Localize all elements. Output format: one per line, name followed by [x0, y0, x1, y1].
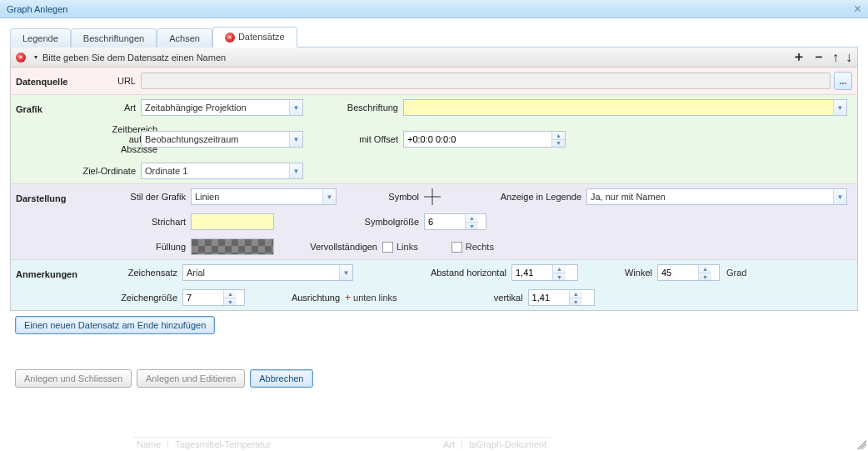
stil-label: Stil der Grafik: [99, 192, 191, 202]
fuellung-swatch[interactable]: [191, 238, 274, 255]
move-up-icon[interactable]: ↑: [832, 50, 839, 65]
url-input[interactable]: [141, 73, 831, 89]
rechts-checkbox[interactable]: [451, 242, 462, 253]
tab-legende[interactable]: Legende: [10, 28, 71, 48]
beschriftung-input[interactable]: ▼: [403, 99, 847, 116]
links-label: Links: [397, 242, 418, 252]
remove-icon[interactable]: －: [812, 48, 826, 66]
legend-display-label: Anzeige in Legende: [441, 192, 586, 202]
ausrichtung-value: unten links: [353, 293, 397, 303]
resize-grip-icon[interactable]: [855, 438, 866, 449]
tab-achsen[interactable]: Achsen: [157, 28, 212, 48]
offset-label: mit Offset: [303, 134, 403, 144]
spin-up-icon[interactable]: ▲: [553, 265, 566, 273]
vertikal-stepper[interactable]: ▲▼: [528, 289, 595, 306]
spin-up-icon[interactable]: ▲: [224, 290, 237, 298]
symbol-preview-icon[interactable]: [424, 188, 441, 205]
symbol-label: Symbol: [337, 192, 424, 202]
vervollstaendigen-label: Vervollständigen: [274, 242, 382, 252]
abstand-h-label: Abstand horizontal: [353, 268, 511, 278]
anlegen-schliessen-button[interactable]: Anlegen und Schliessen: [15, 369, 132, 388]
vertikal-label: vertikal: [397, 293, 528, 303]
beschriftung-label: Beschriftung: [303, 103, 403, 113]
spin-down-icon[interactable]: ▼: [699, 273, 711, 281]
winkel-label: Winkel: [578, 268, 657, 278]
background-table: Name Tagesmittel-Temperatur Art tsGraph-…: [133, 437, 550, 451]
fuellung-label: Füllung: [99, 242, 191, 252]
zeichengroesse-label: Zeichengröße: [99, 293, 182, 303]
window-title: Graph Anlegen: [7, 4, 67, 14]
art-label: Art: [99, 103, 141, 113]
titlebar: Graph Anlegen ×: [0, 0, 868, 18]
spin-down-icon[interactable]: ▼: [224, 298, 237, 306]
footer-buttons: Anlegen und Schliessen Anlegen und Editi…: [10, 363, 858, 388]
zeichensatz-select[interactable]: Arial▼: [182, 264, 353, 281]
winkel-stepper[interactable]: ▲▼: [657, 264, 720, 281]
anlegen-editieren-button[interactable]: Anlegen und Editieren: [137, 369, 245, 388]
chevron-down-icon: ▼: [289, 132, 302, 147]
chevron-down-icon: ▼: [289, 163, 302, 178]
chevron-down-icon: ▼: [289, 100, 302, 115]
caret-down-icon[interactable]: ▾: [34, 53, 37, 61]
close-icon[interactable]: ×: [854, 3, 861, 16]
error-icon: [16, 53, 26, 63]
validation-message: Bitte geben Sie dem Datensatz einen Name…: [42, 53, 226, 63]
strichart-label: Strichart: [99, 217, 191, 227]
spin-up-icon[interactable]: ▲: [699, 265, 711, 273]
stil-select[interactable]: Linien▼: [191, 188, 337, 205]
abbrechen-button[interactable]: Abbrechen: [250, 369, 312, 388]
tab-datensaetze[interactable]: Datensätze: [212, 27, 297, 48]
strichart-swatch[interactable]: [191, 213, 274, 230]
legend-display-select[interactable]: Ja, nur mit Namen▼: [586, 188, 847, 205]
spin-down-icon[interactable]: ▼: [466, 223, 478, 230]
links-checkbox[interactable]: [382, 242, 393, 253]
symbolgroesse-stepper[interactable]: ▲▼: [424, 213, 486, 230]
tab-beschriftungen[interactable]: Beschriftungen: [71, 28, 157, 48]
chevron-down-icon: ▼: [833, 189, 846, 204]
zeichensatz-label: Zeichensatz: [99, 268, 182, 278]
spin-down-icon[interactable]: ▼: [570, 298, 582, 306]
spin-up-icon[interactable]: ▲: [570, 290, 582, 298]
rechts-label: Rechts: [466, 242, 494, 252]
spin-down-icon[interactable]: ▼: [553, 273, 566, 281]
symbolgroesse-label: Symbolgröße: [274, 217, 424, 227]
spin-up-icon[interactable]: ▲: [552, 132, 565, 140]
dataset-header-bar[interactable]: ▾ Bitte geben Sie dem Datensatz einen Na…: [10, 48, 858, 68]
zeichengroesse-stepper[interactable]: ▲▼: [182, 289, 245, 306]
block-grafik: Grafik: [16, 99, 99, 114]
spin-up-icon[interactable]: ▲: [466, 214, 478, 223]
block-datenquelle: Datenquelle: [16, 72, 99, 87]
add-icon[interactable]: ＋: [792, 48, 806, 66]
abstand-h-stepper[interactable]: ▲▼: [511, 264, 578, 281]
spin-down-icon[interactable]: ▼: [552, 140, 565, 148]
block-anmerkungen: Anmerkungen: [16, 264, 99, 279]
error-icon: [225, 33, 235, 43]
ziel-ordinate-label: Ziel-Ordinate: [77, 166, 141, 176]
chevron-down-icon: ▼: [339, 265, 352, 280]
chevron-down-icon: ▼: [322, 189, 336, 204]
ziel-ordinate-select[interactable]: Ordinate 1▼: [141, 163, 303, 179]
anchor-icon[interactable]: +: [345, 292, 351, 303]
add-dataset-button[interactable]: Einen neuen Datensatz am Ende hinzufügen: [15, 316, 215, 334]
move-down-icon[interactable]: ↓: [846, 50, 852, 65]
block-darstellung: Darstellung: [16, 188, 99, 203]
browse-button[interactable]: ...: [834, 72, 852, 90]
offset-stepper[interactable]: ▲▼: [403, 131, 566, 148]
offset-value[interactable]: [404, 132, 551, 147]
chevron-down-icon: ▼: [833, 100, 846, 115]
art-select[interactable]: Zeitabhängige Projektion▼: [141, 99, 303, 116]
zeitbereich-select[interactable]: Beobachtungszeitraum▼: [141, 131, 303, 148]
ausrichtung-label: Ausrichtung: [245, 293, 345, 303]
tab-strip: Legende Beschriftungen Achsen Datensätze: [10, 27, 858, 48]
url-label: URL: [99, 76, 141, 86]
grad-unit: Grad: [726, 268, 746, 278]
